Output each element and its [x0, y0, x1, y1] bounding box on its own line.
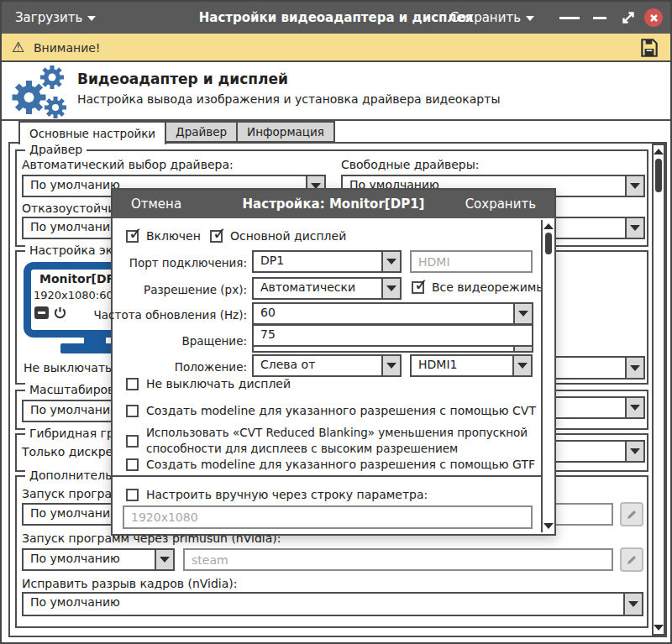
resolution-select[interactable]: Автоматически: [252, 277, 402, 300]
hamburger-menu-button[interactable]: [559, 8, 580, 27]
dialog-save-button[interactable]: Сохранить: [465, 196, 536, 212]
maximize-button[interactable]: [618, 8, 638, 27]
chevron-down-icon: [512, 356, 531, 375]
chevron-down-icon: [625, 442, 643, 461]
auto-driver-label: Автоматический выбор драйвера:: [22, 158, 234, 171]
keep-on-label: Не выключать дисплей: [146, 377, 291, 390]
port-custom-input[interactable]: [410, 250, 533, 273]
save-file-icon[interactable]: [638, 37, 660, 59]
app-header: Видеоадаптер и дисплей Настройка вывода …: [2, 62, 670, 121]
minimize-button[interactable]: [590, 8, 610, 27]
chevron-down-icon: [623, 594, 642, 615]
primary-display-checkbox[interactable]: [210, 230, 223, 243]
group-driver-legend: Драйвер: [25, 143, 87, 156]
scroll-down-icon[interactable]: [654, 625, 664, 631]
tab-driver[interactable]: Драйвер: [165, 121, 238, 143]
chevron-down-icon: [381, 356, 400, 375]
close-button[interactable]: [643, 8, 664, 27]
main-scrollbar[interactable]: [652, 144, 665, 636]
chevron-down-icon: [381, 279, 400, 298]
power-icon[interactable]: [54, 306, 66, 319]
page-subtitle: Настройка вывода изображения и установка…: [77, 92, 500, 106]
chevron-down-icon: [625, 218, 643, 238]
refresh-rate-label: Частота обновления (Hz):: [94, 308, 247, 322]
app-window: Загрузить Настройки видеоадаптера и дисп…: [0, 0, 672, 644]
primus-edit-button[interactable]: [620, 547, 643, 572]
pencil-icon: [626, 554, 638, 566]
gears-icon: [8, 65, 72, 119]
enabled-label: Включен: [146, 229, 201, 243]
warning-icon: ⚠: [12, 39, 24, 55]
primus-command-input[interactable]: [183, 548, 613, 571]
manual-label: Настроить вручную через строку параметра…: [146, 488, 428, 501]
cvt-checkbox[interactable]: [126, 405, 139, 417]
monitor-settings-dialog: Отмена Настройка: Monitor[DP1] Сохранить…: [111, 188, 556, 536]
save-menu-button[interactable]: Сохранить: [450, 10, 534, 25]
tab-main-settings[interactable]: Основные настройки: [18, 121, 166, 144]
all-modes-checkbox[interactable]: [412, 281, 424, 294]
pencil-icon: [626, 509, 638, 521]
free-drivers-label: Свободные драйверы:: [341, 158, 480, 171]
primary-display-label: Основной дисплей: [230, 229, 346, 243]
cvt-rb-label: Использовать «CVT Reduced Blanking» умен…: [146, 425, 534, 457]
scroll-down-icon[interactable]: [543, 523, 554, 529]
enabled-checkbox[interactable]: [126, 230, 139, 243]
resolution-label: Разрешение (px):: [144, 283, 247, 296]
monitor-minus-button[interactable]: [34, 306, 49, 319]
rotation-label: Вращение:: [181, 334, 247, 348]
chevron-down-icon: [625, 398, 643, 417]
warning-text: Внимание!: [34, 41, 100, 55]
dialog-scrollbar[interactable]: [541, 220, 554, 532]
chevron-down-icon: [625, 176, 643, 196]
manual-checkbox[interactable]: [126, 489, 139, 501]
position-label: Положение:: [175, 360, 247, 374]
scroll-up-icon[interactable]: [654, 149, 664, 154]
manual-param-input[interactable]: [123, 505, 533, 529]
page-title: Видеоадаптер и дисплей: [77, 71, 288, 87]
tab-info[interactable]: Информация: [236, 121, 335, 143]
port-select[interactable]: DP1: [252, 250, 402, 273]
chevron-down-icon: [625, 358, 643, 378]
title-bar: Загрузить Настройки видеоадаптера и дисп…: [2, 2, 670, 34]
position-target-select[interactable]: HDMI1: [410, 354, 533, 377]
position-select[interactable]: Слева от: [252, 354, 402, 377]
refresh-rate-option-75[interactable]: 75: [252, 324, 533, 347]
chevron-down-icon: [155, 550, 173, 569]
keep-on-checkbox[interactable]: [126, 378, 139, 390]
scroll-up-icon[interactable]: [543, 223, 554, 229]
tearfree-label: Исправить разрыв кадров (nVidia):: [22, 577, 237, 590]
primus-select[interactable]: По умолчанию: [22, 548, 175, 571]
tab-bar: Основные настройки Драйвер Информация: [20, 121, 335, 144]
chevron-down-icon: [513, 304, 532, 323]
warning-bar: ⚠ Внимание!: [2, 34, 670, 62]
port-label: Порт подключения:: [129, 256, 247, 270]
section-divider: [113, 475, 542, 477]
chevron-down-icon: [381, 252, 400, 271]
optirun-edit-button[interactable]: [620, 502, 643, 526]
chevron-down-icon: [526, 16, 534, 21]
tearfree-select[interactable]: По умолчанию: [22, 592, 643, 616]
gtf-label: Создать modeline для указанного разрешен…: [146, 458, 535, 471]
all-modes-label: Все видеорежимы: [432, 280, 545, 294]
gtf-checkbox[interactable]: [126, 458, 139, 471]
refresh-rate-select[interactable]: 60: [252, 302, 533, 325]
close-icon: [649, 13, 659, 23]
cvt-label: Создать modeline для указанного разрешен…: [146, 404, 536, 417]
expand-icon: [621, 10, 636, 25]
save-menu-label: Сохранить: [450, 10, 521, 25]
dialog-header: Отмена Настройка: Monitor[DP1] Сохранить: [113, 190, 554, 218]
cvt-rb-checkbox[interactable]: [126, 435, 139, 448]
scrollbar-thumb[interactable]: [655, 159, 662, 192]
scrollbar-thumb[interactable]: [545, 233, 552, 254]
